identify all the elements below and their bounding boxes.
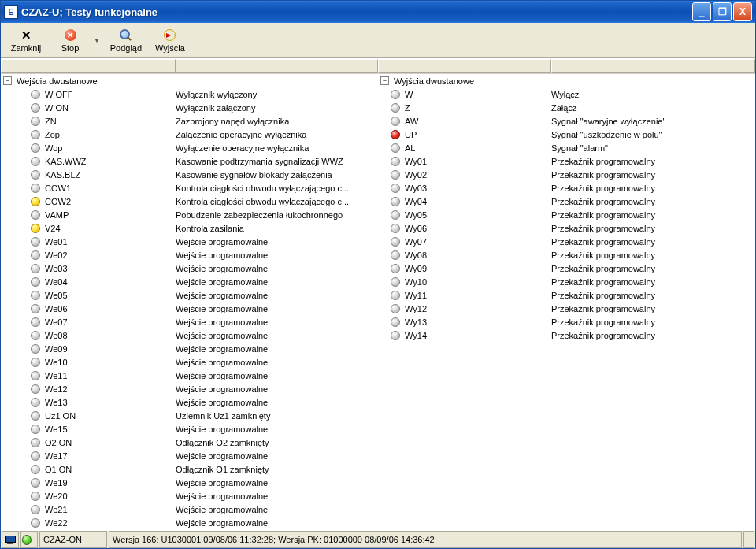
computer-icon bbox=[5, 536, 16, 544]
list-item[interactable]: Wy09Przekaźnik programowalny bbox=[378, 262, 755, 275]
list-item[interactable]: Wy04Przekaźnik programowalny bbox=[378, 195, 755, 208]
statusbar: CZAZ-ON Wersja 166: U1030001 09/08/06 11… bbox=[1, 530, 755, 548]
list-item[interactable]: Wy13Przekaźnik programowalny bbox=[378, 315, 755, 328]
list-item[interactable]: Wy03Przekaźnik programowalny bbox=[378, 181, 755, 195]
status-led-icon bbox=[31, 170, 40, 180]
status-led-icon bbox=[391, 130, 400, 139]
list-item[interactable]: We10Wejście programowalne bbox=[1, 355, 378, 369]
list-item[interactable]: We08Wejście programowalne bbox=[1, 328, 378, 342]
item-name: Wy06 bbox=[405, 224, 427, 233]
preview-button[interactable]: Podgląd bbox=[104, 25, 148, 55]
item-desc: Odłącznik O1 zamknięty bbox=[176, 465, 378, 474]
list-item[interactable]: O1 ONOdłącznik O1 zamknięty bbox=[1, 462, 378, 476]
maximize-button[interactable]: ❐ bbox=[713, 2, 732, 21]
list-item[interactable]: ALSygnał "alarm" bbox=[378, 141, 755, 154]
collapse-icon[interactable]: − bbox=[380, 76, 389, 85]
list-item[interactable]: We01Wejście programowalne bbox=[1, 235, 378, 248]
list-item[interactable]: We05Wejście programowalne bbox=[1, 288, 378, 302]
item-name: We03 bbox=[45, 264, 68, 273]
inputs-group-row[interactable]: − Wejścia dwustanowe bbox=[1, 74, 378, 87]
item-desc: Wejście programowalne bbox=[176, 358, 378, 367]
list-item[interactable]: We22Wejście programowalne bbox=[1, 516, 378, 529]
status-led-icon bbox=[31, 344, 40, 354]
list-item[interactable]: WWyłącz bbox=[378, 87, 755, 101]
inputs-tree[interactable]: − Wejścia dwustanowe W OFFWyłącznik wyłą… bbox=[1, 74, 378, 530]
list-item[interactable]: WopWyłączenie operacyjne wyłącznika bbox=[1, 141, 378, 154]
outputs-group-row[interactable]: − Wyjścia dwustanowe bbox=[378, 74, 755, 87]
list-item[interactable]: We15Wejście programowalne bbox=[1, 422, 378, 436]
list-item[interactable]: We19Wejście programowalne bbox=[1, 476, 378, 489]
item-name: W bbox=[405, 90, 413, 99]
list-item[interactable]: We13Wejście programowalne bbox=[1, 395, 378, 409]
list-item[interactable]: ZopZałączenie operacyjne wyłącznika bbox=[1, 128, 378, 141]
list-item[interactable]: Wy11Przekaźnik programowalny bbox=[378, 288, 755, 302]
titlebar[interactable]: E CZAZ-U; Testy funkcjonalne _ ❐ X bbox=[1, 1, 755, 23]
status-led-icon bbox=[31, 425, 40, 434]
list-item[interactable]: KAS.BLZKasowanie sygnałów blokady załącz… bbox=[1, 168, 378, 181]
item-desc: Przekaźnik programowalny bbox=[551, 304, 755, 313]
list-item[interactable]: Wy01Przekaźnik programowalny bbox=[378, 154, 755, 168]
list-item[interactable]: We03Wejście programowalne bbox=[1, 262, 378, 275]
list-item[interactable]: UPSygnał "uszkodzenie w polu" bbox=[378, 128, 755, 141]
list-item[interactable]: Uz1 ONUziemnik Uz1 zamknięty bbox=[1, 409, 378, 422]
item-name: COW2 bbox=[45, 197, 71, 206]
item-desc: Przekaźnik programowalny bbox=[551, 264, 755, 273]
close-window-icon: X bbox=[739, 7, 746, 17]
item-desc: Przekaźnik programowalny bbox=[551, 197, 755, 206]
list-item[interactable]: We11Wejście programowalne bbox=[1, 369, 378, 382]
list-item[interactable]: We09Wejście programowalne bbox=[1, 342, 378, 355]
list-item[interactable]: Wy06Przekaźnik programowalny bbox=[378, 221, 755, 235]
item-desc: Wejście programowalne bbox=[176, 492, 378, 501]
app-icon: E bbox=[4, 5, 18, 19]
list-item[interactable]: Wy14Przekaźnik programowalny bbox=[378, 328, 755, 342]
status-led-icon bbox=[31, 358, 40, 367]
status-led-icon bbox=[31, 250, 40, 260]
close-button[interactable]: ✕ Zamknij bbox=[4, 25, 48, 55]
outputs-tree[interactable]: − Wyjścia dwustanowe WWyłączZZałączAWSyg… bbox=[378, 74, 755, 530]
outputs-header-col-b[interactable] bbox=[551, 59, 755, 73]
list-item[interactable]: COW1Kontrola ciągłości obwodu wyłączając… bbox=[1, 181, 378, 195]
outputs-header-col-a[interactable] bbox=[378, 59, 551, 73]
inputs-header-col-b[interactable] bbox=[176, 59, 378, 73]
stop-button[interactable]: ✕ Stop bbox=[48, 25, 92, 55]
list-item[interactable]: Wy10Przekaźnik programowalny bbox=[378, 275, 755, 288]
list-item[interactable]: We21Wejście programowalne bbox=[1, 503, 378, 516]
outputs-button[interactable]: Wyjścia bbox=[148, 25, 192, 55]
preview-label: Podgląd bbox=[110, 43, 142, 53]
list-item[interactable]: Wy02Przekaźnik programowalny bbox=[378, 168, 755, 181]
list-item[interactable]: KAS.WWZKasowanie podtrzymania sygnalizac… bbox=[1, 154, 378, 168]
item-name: KAS.BLZ bbox=[45, 170, 80, 180]
list-item[interactable]: We20Wejście programowalne bbox=[1, 489, 378, 503]
item-desc: Wejście programowalne bbox=[176, 277, 378, 287]
list-item[interactable]: We07Wejście programowalne bbox=[1, 315, 378, 328]
list-item[interactable]: ZZałącz bbox=[378, 101, 755, 114]
collapse-icon[interactable]: − bbox=[3, 76, 12, 85]
minimize-button[interactable]: _ bbox=[692, 2, 711, 21]
list-item[interactable]: Wy08Przekaźnik programowalny bbox=[378, 248, 755, 262]
list-item[interactable]: Wy05Przekaźnik programowalny bbox=[378, 208, 755, 221]
list-item[interactable]: W OFFWyłącznik wyłączony bbox=[1, 87, 378, 101]
list-item[interactable]: Wy12Przekaźnik programowalny bbox=[378, 302, 755, 315]
list-item[interactable]: We23Wejście programowalne bbox=[1, 529, 378, 530]
list-item[interactable]: We17Wejście programowalne bbox=[1, 449, 378, 462]
list-item[interactable]: V24Kontrola zasilania bbox=[1, 221, 378, 235]
stop-dropdown-arrow-icon[interactable]: ▼ bbox=[94, 37, 100, 44]
item-desc: Kasowanie podtrzymania sygnalizacji WWZ bbox=[176, 157, 378, 166]
list-item[interactable]: We06Wejście programowalne bbox=[1, 302, 378, 315]
list-item[interactable]: We12Wejście programowalne bbox=[1, 382, 378, 395]
inputs-header-col-a[interactable] bbox=[1, 59, 176, 73]
item-name: AL bbox=[405, 143, 415, 153]
list-item[interactable]: ZNZazbrojony napęd wyłącznika bbox=[1, 114, 378, 128]
list-item[interactable]: VAMPPobudzenie zabezpieczenia łukochronn… bbox=[1, 208, 378, 221]
status-led-icon bbox=[31, 277, 40, 287]
status-led-icon bbox=[391, 264, 400, 273]
list-item[interactable]: COW2Kontrola ciągłości obwodu wyłączając… bbox=[1, 195, 378, 208]
list-item[interactable]: AWSygnał "awaryjne wyłączenie" bbox=[378, 114, 755, 128]
list-item[interactable]: W ONWyłącznik załączony bbox=[1, 101, 378, 114]
stop-label: Stop bbox=[61, 43, 80, 53]
close-window-button[interactable]: X bbox=[733, 2, 752, 21]
list-item[interactable]: Wy07Przekaźnik programowalny bbox=[378, 235, 755, 248]
list-item[interactable]: We02Wejście programowalne bbox=[1, 248, 378, 262]
list-item[interactable]: We04Wejście programowalne bbox=[1, 275, 378, 288]
list-item[interactable]: O2 ONOdłącznik O2 zamknięty bbox=[1, 436, 378, 449]
